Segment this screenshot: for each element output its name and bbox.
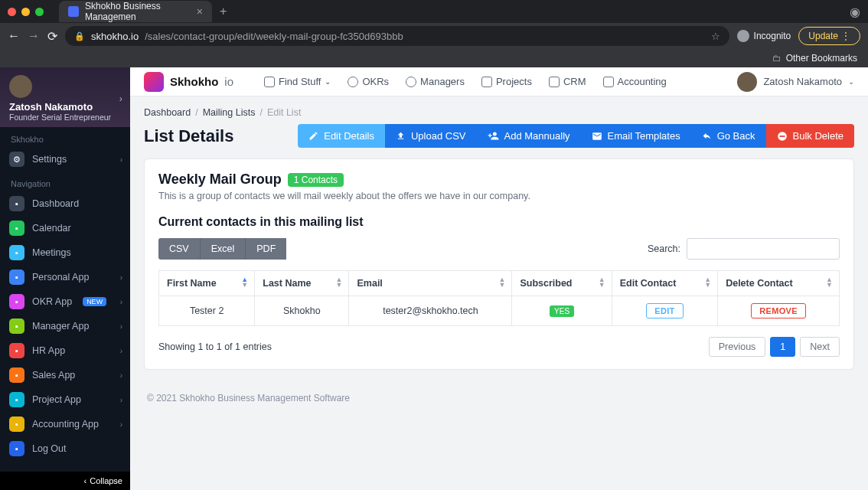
sidebar-item[interactable]: ▪Accounting App› [0, 412, 130, 436]
reload-button[interactable]: ⟳ [47, 29, 57, 44]
top-nav-item[interactable]: OKRs [348, 76, 389, 87]
list-name: Weekly Mail Group [158, 172, 282, 188]
bookmark-star-icon[interactable]: ☆ [711, 31, 720, 42]
col-email[interactable]: Email▲▼ [349, 271, 512, 296]
col-first-name[interactable]: First Name▲▼ [159, 271, 255, 296]
top-nav-item[interactable]: Projects [481, 76, 532, 87]
app-icon: ▪ [9, 416, 24, 432]
address-bar[interactable]: 🔒 skhokho.io/sales/contact-group/edit/we… [65, 26, 729, 46]
export-pdf-button[interactable]: PDF [246, 238, 286, 260]
search-label: Search: [648, 243, 680, 254]
table-info: Showing 1 to 1 of 1 entries [158, 341, 272, 352]
app-icon: ▪ [9, 343, 24, 358]
brand[interactable]: Skhokho io [144, 72, 233, 92]
breadcrumb-link[interactable]: Mailing Lists [203, 107, 256, 118]
col-edit[interactable]: Edit Contact▲▼ [612, 271, 717, 296]
next-page-button[interactable]: Next [800, 337, 840, 357]
minimize-window-icon[interactable] [21, 8, 30, 16]
sidebar-item-label: Log Out [32, 443, 66, 454]
sidebar-item[interactable]: ▪HR App› [0, 338, 130, 363]
nav-icon [481, 77, 492, 87]
prev-page-button[interactable]: Previous [709, 337, 766, 357]
top-nav-item[interactable]: Find Stuff ⌄ [264, 76, 331, 87]
chevron-right-icon: › [120, 298, 122, 306]
gear-icon: ⚙ [9, 152, 24, 167]
chevron-right-icon: › [120, 371, 122, 380]
incognito-indicator: Incognito [737, 30, 791, 42]
close-tab-icon[interactable]: × [197, 5, 203, 18]
back-button[interactable]: ← [8, 29, 20, 43]
chevron-right-icon: › [120, 155, 122, 164]
top-nav-item[interactable]: CRM [549, 76, 586, 87]
sidebar-item-label: Settings [32, 154, 67, 165]
remove-contact-button[interactable]: REMOVE [751, 303, 805, 318]
sidebar-item[interactable]: ▪Log Out [0, 436, 130, 461]
cell-subscribed: YES [512, 296, 612, 326]
top-nav-item[interactable]: Accounting [603, 76, 667, 87]
sidebar-item[interactable]: ▪Sales App› [0, 363, 130, 387]
subscribed-badge: YES [550, 305, 574, 317]
export-excel-button[interactable]: Excel [200, 238, 246, 260]
sidebar-item-settings[interactable]: ⚙ Settings › [0, 147, 130, 172]
bulk-delete-button[interactable]: Bulk Delete [766, 124, 854, 148]
table-row: Tester 2 Skhokho tester2@skhokho.tech YE… [159, 296, 840, 326]
user-menu[interactable]: Zatosh Nakamoto ⌄ [737, 72, 854, 92]
app-icon: ▪ [9, 196, 24, 211]
sidebar-section-label: Skhokho [0, 127, 130, 147]
avatar [737, 72, 757, 92]
sidebar-item[interactable]: ▪Project App› [0, 387, 130, 412]
lock-icon: 🔒 [74, 31, 85, 41]
other-bookmarks-link[interactable]: Other Bookmarks [786, 53, 857, 64]
col-subscribed[interactable]: Subscribed▲▼ [512, 271, 612, 296]
upload-csv-button[interactable]: Upload CSV [385, 124, 477, 148]
brand-logo-icon [144, 72, 164, 92]
close-window-icon[interactable] [8, 8, 16, 16]
sidebar-item[interactable]: ▪Calendar [0, 216, 130, 240]
contacts-count-badge: 1 Contacts [288, 173, 344, 187]
sidebar-item-label: Dashboard [32, 198, 79, 209]
nav-icon [264, 77, 275, 87]
add-manually-button[interactable]: Add Mannually [477, 124, 581, 148]
app-icon: ▪ [9, 368, 24, 383]
breadcrumb: Dashboard / Mailing Lists / Edit List [144, 107, 854, 118]
breadcrumb-link[interactable]: Dashboard [144, 107, 191, 118]
sidebar-item[interactable]: ▪Dashboard [0, 191, 130, 216]
sidebar-item-label: OKR App [32, 296, 72, 307]
cell-email: tester2@skhokho.tech [349, 296, 512, 326]
nav-icon [406, 77, 416, 87]
maximize-window-icon[interactable] [35, 8, 44, 16]
browser-tab[interactable]: Skhokho Business Managemen × [59, 1, 212, 22]
chevron-left-icon: ‹ [84, 476, 87, 485]
svg-rect-1 [779, 136, 785, 137]
sidebar-item[interactable]: ▪Manager App› [0, 314, 130, 338]
chevron-right-icon: › [119, 93, 122, 104]
collapse-sidebar-button[interactable]: ‹ Collapse [0, 472, 130, 490]
go-back-button[interactable]: Go Back [691, 124, 766, 148]
sidebar-item[interactable]: ▪Personal App› [0, 265, 130, 289]
chrome-menu-icon[interactable]: ◉ [850, 5, 860, 19]
forward-button[interactable]: → [28, 29, 40, 43]
edit-contact-button[interactable]: EDIT [646, 303, 683, 318]
top-nav-item[interactable]: Managers [406, 76, 465, 87]
col-last-name[interactable]: Last Name▲▼ [255, 271, 349, 296]
update-chrome-button[interactable]: Update ⋮ [798, 27, 860, 45]
sidebar-item[interactable]: ▪Meetings [0, 240, 130, 265]
new-tab-button[interactable]: + [220, 5, 227, 18]
list-details-card: Weekly Mail Group 1 Contacts This is a g… [144, 158, 854, 370]
footer-copyright: © 2021 Skhokho Business Management Softw… [144, 393, 854, 403]
page-title: List Details [144, 126, 233, 146]
edit-details-button[interactable]: Edit Details [298, 124, 385, 148]
sidebar-user-card[interactable]: Zatosh Nakamoto Founder Serial Entrepren… [0, 67, 130, 127]
nav-icon [348, 77, 358, 87]
avatar [9, 75, 32, 98]
col-delete[interactable]: Delete Contact▲▼ [718, 271, 840, 296]
page-number-button[interactable]: 1 [770, 337, 795, 357]
export-csv-button[interactable]: CSV [158, 238, 200, 260]
search-input[interactable] [687, 238, 840, 260]
sidebar-item-label: Calendar [32, 223, 71, 234]
email-templates-button[interactable]: Email Templates [581, 124, 691, 148]
chevron-right-icon: › [120, 322, 122, 331]
sidebar-item[interactable]: ▪OKR AppNEW› [0, 289, 130, 314]
chevron-down-icon: ⌄ [848, 77, 854, 86]
sidebar-item-label: Meetings [32, 247, 71, 258]
